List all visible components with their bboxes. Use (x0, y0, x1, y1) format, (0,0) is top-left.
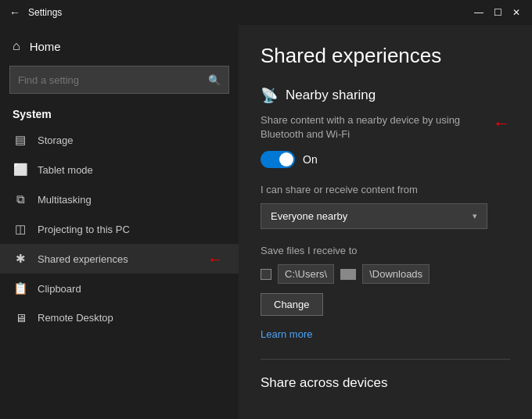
search-icon: 🔍 (208, 74, 221, 86)
clipboard-icon: 📋 (13, 281, 28, 295)
file-path-start: C:\Users\ (278, 264, 334, 284)
title-bar: ← Settings — ☐ ✕ (0, 0, 532, 25)
file-checkbox[interactable] (261, 269, 271, 280)
section-divider (261, 359, 510, 360)
nearby-description: Share content with a nearby device by us… (261, 113, 510, 141)
maximize-button[interactable]: ☐ (491, 6, 504, 19)
sidebar-item-remote-desktop[interactable]: 🖥 Remote Desktop (0, 303, 239, 332)
share-across-heading: Share across devices (261, 375, 510, 391)
sidebar-item-label: Multitasking (38, 194, 92, 206)
sidebar-item-label: Shared experiences (38, 253, 128, 265)
toggle-row: On (261, 151, 510, 168)
nearby-toggle[interactable] (261, 151, 295, 168)
sidebar-item-label: Clipboard (38, 283, 81, 295)
toggle-label: On (303, 153, 318, 166)
tablet-icon: ⬜ (13, 163, 28, 177)
multitask-icon: ⧉ (13, 192, 28, 206)
sidebar: ⌂ Home 🔍 System ▤ Storage ⬜ Tablet mode … (0, 25, 239, 419)
file-path-separator (340, 269, 356, 280)
project-icon: ◫ (13, 222, 28, 236)
sidebar-item-storage[interactable]: ▤ Storage (0, 125, 239, 155)
shared-icon: ✱ (13, 252, 28, 266)
file-path-row: C:\Users\ \Downloads (261, 264, 510, 284)
nearby-heading: Nearby sharing (286, 88, 376, 103)
chevron-down-icon: ▾ (473, 211, 477, 221)
nearby-icon: 📡 (261, 87, 278, 104)
storage-icon: ▤ (13, 133, 28, 147)
sidebar-item-label: Tablet mode (38, 164, 93, 176)
sidebar-item-multitasking[interactable]: ⧉ Multitasking (0, 184, 239, 214)
save-files-label: Save files I receive to (261, 245, 510, 256)
sidebar-item-shared-experiences[interactable]: ✱ Shared experiences ← (0, 244, 239, 274)
red-arrow-description: ← (493, 112, 510, 136)
red-arrow-indicator: ← (207, 250, 223, 268)
learn-more-link[interactable]: Learn more (261, 328, 510, 340)
change-button[interactable]: Change (261, 293, 323, 316)
content-panel: Shared experiences 📡 Nearby sharing Shar… (239, 25, 532, 419)
sidebar-item-label: Remote Desktop (38, 312, 113, 324)
dropdown-value: Everyone nearby (271, 210, 347, 222)
nearby-section-header: 📡 Nearby sharing (261, 87, 510, 104)
sidebar-item-clipboard[interactable]: 📋 Clipboard (0, 274, 239, 303)
minimize-button[interactable]: — (473, 6, 485, 19)
sidebar-home-label: Home (30, 40, 61, 53)
app-title: Settings (28, 7, 473, 18)
page-title: Shared experiences (261, 44, 510, 68)
home-icon: ⌂ (13, 39, 20, 53)
main-container: ⌂ Home 🔍 System ▤ Storage ⬜ Tablet mode … (0, 25, 532, 419)
sidebar-section-label: System (0, 98, 239, 125)
share-dropdown[interactable]: Everyone nearby ▾ (261, 203, 487, 229)
file-path-end: \Downloads (362, 264, 430, 284)
sidebar-item-label: Projecting to this PC (38, 224, 130, 235)
sidebar-item-tablet-mode[interactable]: ⬜ Tablet mode (0, 155, 239, 184)
share-label: I can share or receive content from (261, 184, 510, 195)
search-box[interactable]: 🔍 (9, 66, 229, 94)
window-controls: — ☐ ✕ (473, 6, 523, 19)
back-button[interactable]: ← (9, 6, 20, 19)
remote-icon: 🖥 (13, 311, 28, 324)
toggle-knob (279, 152, 293, 167)
close-button[interactable]: ✕ (510, 6, 523, 19)
sidebar-item-label: Storage (38, 134, 74, 146)
search-input[interactable] (18, 74, 208, 86)
sidebar-item-projecting[interactable]: ◫ Projecting to this PC (0, 214, 239, 244)
sidebar-item-home[interactable]: ⌂ Home (0, 31, 239, 61)
